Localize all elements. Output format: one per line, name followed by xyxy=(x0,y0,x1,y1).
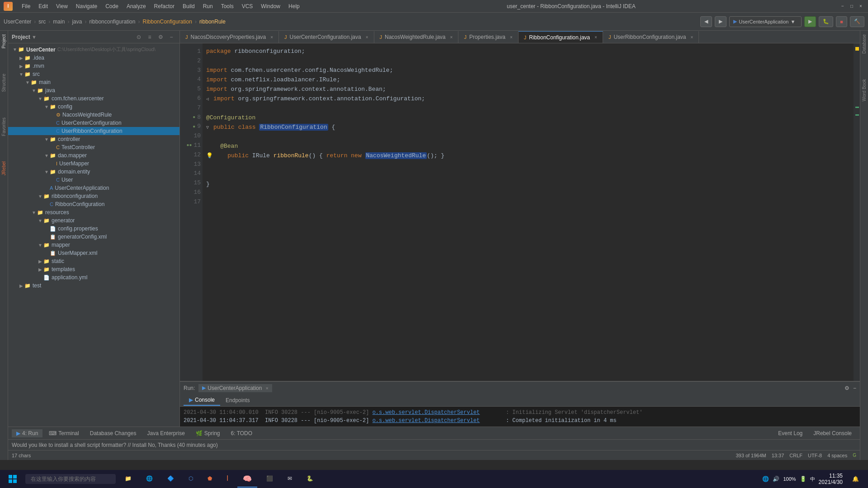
tree-src[interactable]: ▼ 📁 src xyxy=(8,70,179,78)
left-tool-project[interactable]: Project xyxy=(0,31,7,52)
back-button[interactable]: ◀ xyxy=(700,16,712,27)
tab-user-ribbon-config[interactable]: J UserRibbonConfiguration.java × xyxy=(603,31,699,43)
bottom-tool-todo[interactable]: 6: TODO xyxy=(226,429,257,437)
app-dropdown[interactable]: ▶ UserCenterApplication ▼ xyxy=(729,16,802,27)
close-button[interactable]: × xyxy=(857,3,864,10)
sidebar-collapse-button[interactable]: ≡ xyxy=(145,33,154,42)
tree-nacos-weighted[interactable]: ▶ ⚙ NacosWeightedRule xyxy=(8,111,179,119)
run-tab-app[interactable]: ▶ UserCenterApplication × xyxy=(198,384,272,392)
windows-search-input[interactable] xyxy=(25,474,116,484)
sidebar-sync-button[interactable]: ⊙ xyxy=(134,33,143,42)
bottom-tool-run[interactable]: ▶ 4: Run xyxy=(12,429,42,437)
menu-run[interactable]: Run xyxy=(199,2,217,10)
right-tool-word-book[interactable]: Word Book xyxy=(861,75,868,105)
tree-usercenter-config[interactable]: ▶ C UserCenterConfiguration xyxy=(8,119,179,127)
tree-generator-xml[interactable]: ▶ 📋 generatorConfig.xml xyxy=(8,233,179,241)
breadcrumb-project[interactable]: UserCenter xyxy=(4,19,31,25)
taskbar-blue-app[interactable]: ⬡ xyxy=(183,470,198,488)
tree-ribbonconfig[interactable]: ▼ 📁 ribbonconfiguration xyxy=(8,192,179,200)
tree-com-fchen[interactable]: ▼ 📁 com.fchen.usercenter xyxy=(8,94,179,103)
tree-idea[interactable]: ▶ 📁 .idea xyxy=(8,54,179,62)
tree-application-yml[interactable]: ▶ 📄 application.yml xyxy=(8,273,179,282)
menu-window[interactable]: Window xyxy=(257,2,284,10)
tree-config[interactable]: ▼ 📁 config xyxy=(8,103,179,111)
menu-view[interactable]: View xyxy=(52,2,71,10)
console-tab[interactable]: ▶ Console xyxy=(184,395,220,406)
bottom-tool-terminal[interactable]: ⌨ Terminal xyxy=(44,429,83,437)
tree-root[interactable]: ▼ 📁 UserCenter C:\Users\fchen\Desktop\小工… xyxy=(8,45,179,54)
endpoints-tab[interactable]: Endpoints xyxy=(220,395,255,405)
menu-tools[interactable]: Tools xyxy=(217,2,237,10)
taskbar-lang-icon[interactable]: 中 xyxy=(810,476,815,483)
tree-java[interactable]: ▼ 📁 java xyxy=(8,86,179,94)
taskbar-explorer[interactable]: 📁 xyxy=(119,470,137,488)
menu-file[interactable]: File xyxy=(18,2,34,10)
taskbar-red-app[interactable]: ⬟ xyxy=(202,470,217,488)
menu-analyze[interactable]: Analyze xyxy=(123,2,150,10)
taskbar-mail[interactable]: ✉ xyxy=(282,470,297,488)
tree-static[interactable]: ▶ 📁 static xyxy=(8,257,179,265)
taskbar-edge[interactable]: 🔷 xyxy=(162,470,179,488)
tree-usercenter-app[interactable]: ▶ A UserCenterApplication xyxy=(8,184,179,192)
tree-user-mapper[interactable]: ▶ I UserMapper xyxy=(8,160,179,168)
taskbar-terminal[interactable]: ⬛ xyxy=(261,470,278,488)
left-tool-rebel[interactable]: JRebel xyxy=(0,158,7,179)
taskbar-battery-icon[interactable]: 🔋 xyxy=(800,476,807,482)
breadcrumb-main[interactable]: main xyxy=(53,19,65,25)
taskbar-notification-button[interactable]: 🔔 xyxy=(846,470,864,488)
tab-nacos-weighted[interactable]: J NacosWeightedRule.java × xyxy=(374,31,459,43)
left-tool-structure[interactable]: Structure xyxy=(0,70,7,96)
tab-ribbon-config[interactable]: J RibbonConfiguration.java × xyxy=(519,31,603,43)
tab-close-properties[interactable]: × xyxy=(510,35,513,40)
bottom-tool-jrebel-console[interactable]: JRebel Console xyxy=(809,429,856,437)
run-minimize-button[interactable]: − xyxy=(853,385,856,391)
tab-close-user-ribbon-config[interactable]: × xyxy=(690,35,693,40)
bottom-tool-spring[interactable]: 🌿 Spring xyxy=(191,429,225,437)
tree-mvn[interactable]: ▶ 📁 .mvn xyxy=(8,62,179,70)
tree-generator[interactable]: ▼ 📁 generator xyxy=(8,216,179,225)
breadcrumb-ribbonconfiguration[interactable]: ribbonconfiguration xyxy=(89,19,135,25)
menu-refactor[interactable]: Refactor xyxy=(151,2,178,10)
taskbar-python[interactable]: 🐍 xyxy=(301,470,319,488)
breadcrumb-class[interactable]: RibbonConfiguration xyxy=(142,19,192,25)
tree-ribbon-config-class[interactable]: ▶ C RibbonConfiguration xyxy=(8,200,179,208)
menu-code[interactable]: Code xyxy=(102,2,122,10)
tree-test[interactable]: ▶ 📁 test xyxy=(8,282,179,290)
sidebar-close-button[interactable]: − xyxy=(167,33,176,42)
tree-config-properties[interactable]: ▶ 📄 config.properties xyxy=(8,225,179,233)
tab-close-nacos-discovery[interactable]: × xyxy=(270,35,273,40)
tree-dao-mapper[interactable]: ▼ 📁 dao.mapper xyxy=(8,151,179,160)
right-tool-database[interactable]: Database xyxy=(861,31,868,57)
run-button[interactable]: ▶ xyxy=(804,16,816,27)
tab-close-ribbon-config[interactable]: × xyxy=(594,35,597,40)
tab-close-nacos-weighted[interactable]: × xyxy=(450,35,453,40)
lightbulb-icon[interactable]: 💡 xyxy=(206,152,213,160)
forward-button[interactable]: ▶ xyxy=(715,16,726,27)
tab-usercenter-config[interactable]: J UserCenterConfiguration.java × xyxy=(279,31,374,43)
tree-controller[interactable]: ▼ 📁 controller xyxy=(8,135,179,143)
status-chars[interactable]: 17 chars xyxy=(12,453,31,458)
tree-domain-entity[interactable]: ▼ 📁 domain.entity xyxy=(8,168,179,176)
breadcrumb-java[interactable]: java xyxy=(72,19,82,25)
run-settings-button[interactable]: ⚙ xyxy=(844,385,849,391)
tree-mapper-folder[interactable]: ▼ 📁 mapper xyxy=(8,241,179,249)
tab-close-usercenter-config[interactable]: × xyxy=(366,35,368,40)
tree-user[interactable]: ▶ C User xyxy=(8,176,179,184)
taskbar-volume-icon[interactable]: 🔊 xyxy=(773,476,779,482)
taskbar-network-icon[interactable]: 🌐 xyxy=(762,476,769,482)
code-area[interactable]: package ribbonconfiguration; import com.… xyxy=(203,43,854,381)
menu-help[interactable]: Help xyxy=(285,2,303,10)
status-time[interactable]: 13:37 xyxy=(772,453,784,458)
menu-navigate[interactable]: Navigate xyxy=(72,2,101,10)
editor-content[interactable]: 12345 67 ●8 ●9 10 ●●11 12 131415 xyxy=(180,43,860,381)
debug-button[interactable]: 🐛 xyxy=(819,16,833,27)
tree-main[interactable]: ▼ 📁 main xyxy=(8,78,179,86)
status-encoding[interactable]: UTF-8 xyxy=(808,453,822,458)
minimize-button[interactable]: − xyxy=(839,3,846,10)
tree-resources[interactable]: ▼ 📁 resources xyxy=(8,208,179,216)
menu-edit[interactable]: Edit xyxy=(35,2,52,10)
menu-build[interactable]: Build xyxy=(179,2,198,10)
run-tab-close[interactable]: × xyxy=(265,385,268,391)
tree-templates[interactable]: ▶ 📁 templates xyxy=(8,265,179,273)
maximize-button[interactable]: □ xyxy=(848,3,855,10)
